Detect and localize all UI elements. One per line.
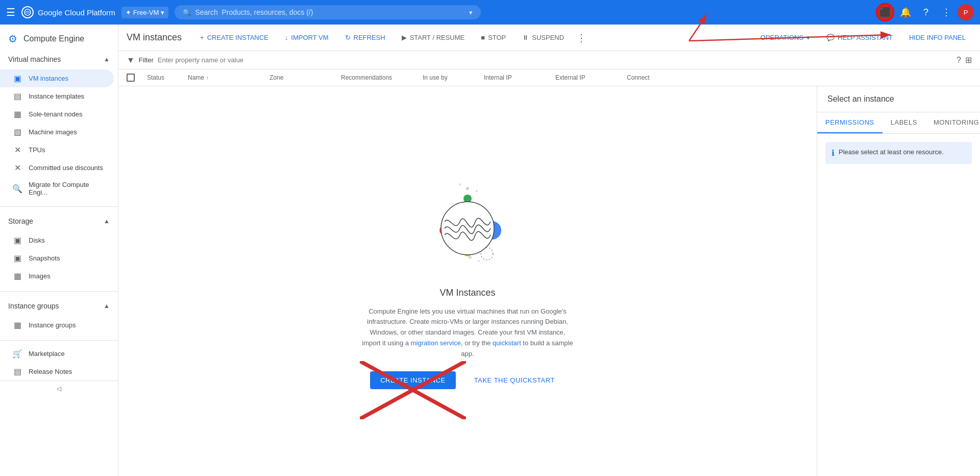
- filter-icon: ▼: [127, 56, 135, 65]
- start-resume-icon: ▶: [402, 34, 407, 41]
- filter-help-icon[interactable]: ?: [957, 56, 961, 65]
- project-selector[interactable]: ✦ Free-VM ▾: [121, 7, 169, 18]
- tpus-icon: ✕: [12, 145, 22, 155]
- sidebar-item-vm-instances[interactable]: ▣ VM instances: [0, 69, 114, 87]
- instance-groups-label: Instance groups: [29, 321, 76, 329]
- start-resume-label: START / RESUME: [410, 34, 465, 41]
- tab-monitoring[interactable]: MONITORING: [925, 112, 980, 133]
- notifications-button[interactable]: 🔔: [896, 3, 915, 21]
- marketplace-icon: 🛒: [12, 349, 22, 359]
- vm-section-header[interactable]: Virtual machines ▲: [0, 49, 118, 67]
- table-sort-icon: ↑: [206, 75, 209, 81]
- sidebar-item-tpus[interactable]: ✕ TPUs: [0, 141, 114, 159]
- stop-icon: ■: [481, 34, 485, 41]
- import-vm-button[interactable]: ↓ IMPORT VM: [279, 31, 335, 44]
- storage-section-header[interactable]: Storage ▲: [0, 211, 118, 229]
- more-options-button[interactable]: ⋮: [937, 3, 955, 21]
- instance-groups-section-header[interactable]: Instance groups ▲: [0, 296, 118, 314]
- table-header-zone: Zone: [270, 74, 341, 81]
- search-input[interactable]: [195, 8, 465, 16]
- operations-dropdown-icon: ▾: [806, 34, 810, 41]
- stop-button[interactable]: ■ STOP: [475, 31, 512, 44]
- svg-point-8: [469, 256, 472, 259]
- help-button[interactable]: ?: [917, 3, 935, 21]
- hamburger-menu-icon[interactable]: ☰: [6, 6, 15, 18]
- cloud-shell-button[interactable]: ⬛: [876, 3, 894, 21]
- create-instance-button[interactable]: CREATE INSTANCE: [370, 371, 456, 389]
- tpus-label: TPUs: [29, 146, 45, 154]
- table-header: Status Name ↑ Zone Recommendations In us…: [118, 69, 980, 86]
- sole-tenant-icon: ▦: [12, 109, 22, 119]
- nav-right: ⬛ 🔔 ? ⋮ P: [876, 3, 974, 21]
- sidebar-item-sole-tenant[interactable]: ▦ Sole-tenant nodes: [0, 105, 114, 123]
- toolbar-more-button[interactable]: ⋮: [574, 30, 589, 46]
- sidebar-item-instance-groups[interactable]: ▦ Instance groups: [0, 316, 114, 334]
- filter-label: Filter: [139, 56, 154, 64]
- tab-monitoring-label: MONITORING: [934, 118, 979, 126]
- hide-info-panel-label: HIDE INFO PANEL: [909, 34, 966, 41]
- take-quickstart-button[interactable]: TAKE THE QUICKSTART: [464, 371, 565, 389]
- table-header-name-label: Name: [188, 74, 204, 81]
- refresh-button[interactable]: ↻ REFRESH: [339, 31, 391, 44]
- tab-permissions[interactable]: PERMISSIONS: [817, 112, 883, 133]
- hide-info-panel-button[interactable]: HIDE INFO PANEL: [903, 31, 972, 44]
- start-resume-button[interactable]: ▶ START / RESUME: [396, 31, 471, 44]
- import-vm-label: IMPORT VM: [291, 34, 328, 41]
- sidebar-item-images[interactable]: ▦ Images: [0, 267, 114, 285]
- disks-icon: ▣: [12, 235, 22, 245]
- suspend-label: SUSPEND: [532, 34, 564, 41]
- sidebar-item-release-notes[interactable]: ▤ Release Notes: [0, 363, 114, 380]
- main-content: VM instances + CREATE INSTANCE ↓ IMPORT …: [118, 25, 980, 476]
- search-bar[interactable]: 🔍 ▾: [175, 5, 481, 19]
- app-layout: ⚙ Compute Engine Virtual machines ▲ ▣ VM…: [0, 25, 980, 476]
- sidebar-collapse-button[interactable]: ◁: [0, 380, 118, 396]
- sidebar-item-snapshots[interactable]: ▣ Snapshots: [0, 249, 114, 267]
- table-header-name[interactable]: Name ↑: [188, 74, 270, 81]
- create-instance-toolbar-label: CREATE INSTANCE: [207, 34, 268, 41]
- sidebar: ⚙ Compute Engine Virtual machines ▲ ▣ VM…: [0, 25, 118, 476]
- storage-section-items: ▣ Disks ▣ Snapshots ▦ Images: [0, 229, 118, 287]
- tab-permissions-label: PERMISSIONS: [825, 118, 874, 126]
- storage-section-label: Storage: [8, 217, 33, 225]
- machine-images-label: Machine images: [29, 128, 77, 136]
- select-all-checkbox[interactable]: [127, 74, 135, 82]
- gcp-logo-icon: [21, 6, 34, 18]
- sidebar-item-committed-use[interactable]: ✕ Committed use discounts: [0, 159, 114, 177]
- quickstart-link[interactable]: quickstart: [493, 339, 521, 347]
- machine-images-icon: ▧: [12, 127, 22, 137]
- help-assistant-icon: 💬: [826, 34, 835, 41]
- suspend-button[interactable]: ⏸ SUSPEND: [516, 31, 570, 44]
- committed-use-label: Committed use discounts: [29, 164, 103, 172]
- user-avatar[interactable]: P: [958, 4, 974, 20]
- tab-labels[interactable]: LABELS: [883, 112, 925, 133]
- sidebar-item-instance-templates[interactable]: ▤ Instance templates: [0, 87, 114, 105]
- sidebar-item-disks[interactable]: ▣ Disks: [0, 231, 114, 249]
- help-assistant-button[interactable]: 💬 HELP ASSISTANT: [820, 31, 899, 44]
- filter-input[interactable]: [158, 56, 952, 64]
- project-dropdown-icon: ▾: [161, 9, 164, 16]
- release-notes-icon: ▤: [12, 367, 22, 376]
- create-instance-toolbar-button[interactable]: + CREATE INSTANCE: [194, 31, 275, 44]
- toolbar-right: OPERATIONS ▾ 💬 HELP ASSISTANT HIDE INFO …: [754, 31, 972, 44]
- migration-service-link[interactable]: migration service: [411, 339, 461, 347]
- svg-point-1: [466, 187, 469, 190]
- images-icon: ▦: [12, 271, 22, 281]
- table-header-inuse: In use by: [423, 74, 484, 81]
- svg-point-15: [441, 202, 494, 255]
- operations-button[interactable]: OPERATIONS ▾: [754, 31, 816, 44]
- images-label: Images: [29, 272, 51, 280]
- info-panel-body: ℹ Please select at least one resource.: [817, 134, 980, 172]
- gcp-logo-text: Google Cloud Platform: [38, 8, 115, 17]
- sidebar-item-migrate[interactable]: 🔍 Migrate for Compute Engi...: [0, 177, 114, 200]
- committed-use-icon: ✕: [12, 163, 22, 173]
- stop-label: STOP: [488, 34, 506, 41]
- sidebar-item-marketplace[interactable]: 🛒 Marketplace: [0, 345, 114, 363]
- sidebar-item-machine-images[interactable]: ▧ Machine images: [0, 123, 114, 141]
- notifications-icon: 🔔: [900, 7, 911, 18]
- filter-columns-icon[interactable]: ⊞: [965, 55, 972, 65]
- svg-point-2: [476, 190, 478, 192]
- vm-section-items: ▣ VM instances ▤ Instance templates ▦ So…: [0, 67, 118, 202]
- empty-state-description: Compute Engine lets you use virtual mach…: [360, 306, 575, 360]
- svg-point-9: [478, 260, 480, 262]
- sole-tenant-label: Sole-tenant nodes: [29, 110, 83, 118]
